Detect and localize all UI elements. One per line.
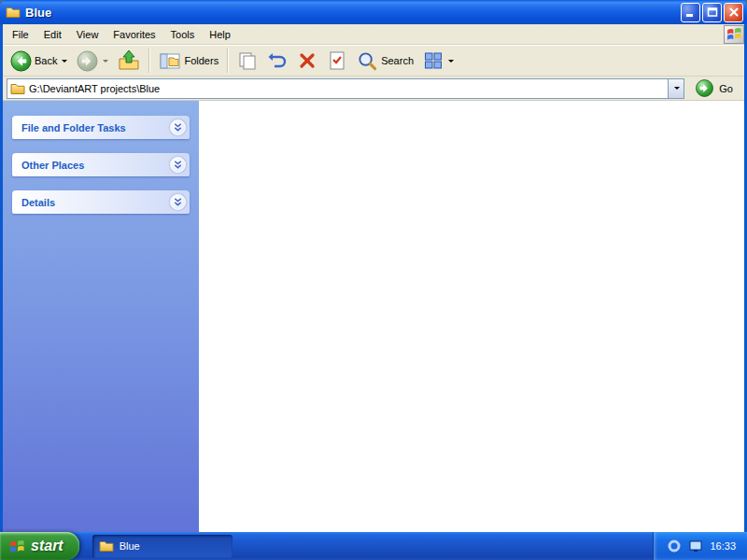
forward-button[interactable] — [73, 47, 112, 75]
start-button[interactable]: start — [0, 532, 79, 560]
window-frame: FileEditViewFavoritesToolsHelp Back — [0, 24, 747, 532]
checklist-icon — [327, 50, 347, 71]
back-button[interactable]: Back — [7, 47, 71, 75]
up-folder-icon — [118, 49, 140, 72]
system-tray: 16:33 — [653, 532, 747, 560]
explorer-window: Blue FileEditViewFavoritesToolsHelp Back — [0, 0, 747, 532]
start-label: start — [31, 538, 63, 554]
back-label: Back — [35, 55, 57, 66]
clock: 16:33 — [710, 540, 736, 552]
titlebar[interactable]: Blue — [0, 0, 747, 24]
folder-content[interactable] — [199, 101, 744, 532]
go-label: Go — [719, 83, 733, 94]
go-button[interactable]: Go — [687, 77, 740, 99]
main-area: File and Folder Tasks Other Places Detai… — [3, 101, 744, 532]
chevron-down-icon — [173, 160, 183, 170]
search-button[interactable]: Search — [353, 47, 417, 75]
undo-button[interactable] — [263, 47, 291, 75]
menubar: FileEditViewFavoritesToolsHelp — [3, 24, 744, 45]
delete-button[interactable] — [293, 47, 321, 75]
search-label: Search — [381, 55, 414, 66]
task-label: Blue — [120, 540, 140, 552]
menu-item-view[interactable]: View — [69, 26, 106, 43]
folders-icon — [159, 49, 181, 72]
tray-display-icon[interactable] — [688, 539, 703, 553]
menu-item-tools[interactable]: Tools — [163, 26, 203, 43]
panel-collapse-button[interactable] — [170, 194, 186, 210]
chevron-down-icon — [674, 87, 680, 90]
close-button[interactable] — [724, 3, 743, 22]
toolbar: Back Folders — [3, 45, 744, 77]
forward-dropdown-icon[interactable] — [103, 60, 108, 63]
task-pane: File and Folder Tasks Other Places Detai… — [3, 101, 199, 532]
windows-flag-icon — [8, 538, 26, 555]
window-title: Blue — [25, 6, 681, 20]
views-dropdown-icon[interactable] — [448, 60, 454, 63]
panel-title: Other Places — [21, 160, 170, 171]
menubar-items: FileEditViewFavoritesToolsHelp — [5, 26, 724, 43]
chevron-down-icon — [173, 197, 183, 207]
address-combo[interactable]: G:\DeviantART projects\Blue — [7, 78, 684, 99]
panel-collapse-button[interactable] — [170, 119, 186, 135]
address-value[interactable]: G:\DeviantART projects\Blue — [29, 83, 664, 94]
taskbar-task-blue[interactable]: Blue — [92, 535, 233, 558]
toolbar-separator — [148, 49, 150, 73]
forward-icon — [77, 50, 98, 72]
copy-to-button[interactable] — [233, 47, 261, 75]
panel-collapse-button[interactable] — [170, 157, 186, 173]
folder-icon — [99, 539, 114, 553]
menu-item-file[interactable]: File — [5, 26, 36, 43]
folders-label: Folders — [184, 55, 218, 66]
menu-item-help[interactable]: Help — [202, 26, 238, 43]
sidebar-panel-other-places[interactable]: Other Places — [12, 153, 190, 176]
taskbar: start Blue 16:33 — [0, 532, 747, 560]
delete-icon — [297, 50, 317, 71]
copy-to-icon — [237, 50, 258, 71]
back-icon — [10, 50, 32, 72]
windows-logo-icon — [724, 25, 744, 44]
panel-title: File and Folder Tasks — [21, 122, 170, 133]
undo-icon — [267, 50, 288, 71]
folders-button[interactable]: Folders — [155, 47, 222, 75]
toolbar-separator — [227, 49, 229, 73]
panel-title: Details — [21, 197, 170, 208]
views-icon — [423, 50, 444, 71]
sidebar-panels: File and Folder Tasks Other Places Detai… — [12, 116, 190, 214]
sidebar-panel-details[interactable]: Details — [12, 190, 190, 214]
maximize-button[interactable] — [702, 3, 722, 22]
folder-icon — [10, 81, 25, 96]
address-dropdown-button[interactable] — [668, 79, 684, 98]
address-bar: G:\DeviantART projects\Blue Go — [3, 77, 744, 101]
up-button[interactable] — [114, 47, 144, 75]
chevron-down-icon — [173, 122, 183, 133]
tray-app-icon[interactable] — [667, 539, 682, 553]
menu-item-favorites[interactable]: Favorites — [106, 26, 162, 43]
minimize-button[interactable] — [681, 3, 700, 22]
go-icon — [696, 79, 714, 98]
menu-item-edit[interactable]: Edit — [36, 26, 69, 43]
window-controls — [681, 3, 743, 22]
folder-icon — [6, 5, 21, 20]
back-dropdown-icon[interactable] — [62, 60, 67, 63]
properties-button[interactable] — [323, 47, 351, 75]
search-icon — [357, 50, 378, 72]
views-button[interactable] — [419, 47, 458, 75]
sidebar-panel-file-and-folder-tasks[interactable]: File and Folder Tasks — [12, 116, 190, 139]
